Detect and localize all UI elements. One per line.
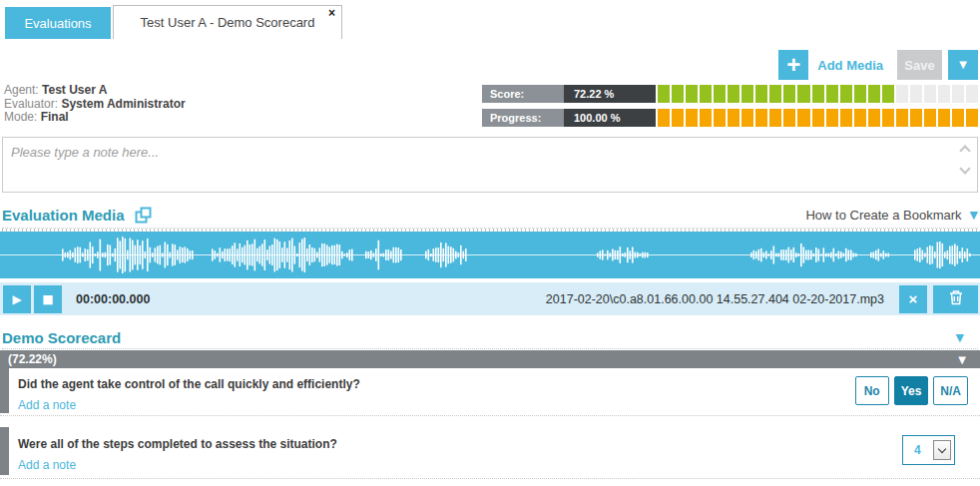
group-score: (72.22%)	[8, 352, 57, 366]
question-text: Were all of the steps completed to asses…	[0, 427, 980, 451]
scorecard-title: Demo Scorecard	[2, 329, 121, 346]
score-bar-segments	[658, 85, 978, 103]
evaluator-label: Evaluator:	[4, 97, 58, 111]
question-accent-bar	[0, 427, 9, 475]
question-row-1: Did the agent take control of the call q…	[0, 367, 980, 416]
play-icon: ▶	[12, 293, 21, 305]
evaluator-row: Evaluator: System Administrator	[4, 98, 186, 112]
bookmark-help-toggle[interactable]: How to Create a Bookmark ▼	[805, 208, 978, 223]
agent-value: Test User A	[42, 83, 107, 97]
scorecard-collapse-icon[interactable]: ▼	[956, 331, 964, 344]
media-filename: 2017-02-20\c0.a8.01.66.00.00 14.55.27.40…	[546, 292, 884, 306]
audio-waveform[interactable]	[0, 232, 980, 278]
evaluation-media-header: Evaluation Media How to Create a Bookmar…	[2, 202, 978, 229]
waveform-graphic	[0, 232, 980, 278]
mode-label: Mode:	[4, 110, 37, 124]
evaluation-media-title: Evaluation Media	[2, 207, 125, 224]
add-media-label[interactable]: Add Media	[817, 58, 883, 73]
chevron-down-icon: ▼	[970, 209, 978, 222]
remove-media-button[interactable]: ×	[899, 285, 927, 313]
playback-time: 00:00:00.000	[76, 292, 150, 306]
add-note-link[interactable]: Add a note	[0, 391, 80, 412]
answer-yes-button[interactable]: Yes	[894, 376, 929, 405]
answer-na-button[interactable]: N/A	[933, 376, 968, 405]
scorecard-group-bar[interactable]: (72.22%) ▼	[0, 350, 980, 368]
score-label: Score:	[482, 85, 564, 103]
score-select-value: 4	[914, 443, 921, 457]
scroll-up-icon[interactable]	[959, 145, 970, 156]
group-collapse-icon[interactable]: ▼	[958, 354, 966, 365]
answer-buttons: No Yes N/A	[850, 376, 968, 405]
note-field-wrap	[2, 137, 978, 193]
note-input[interactable]	[3, 138, 977, 192]
metrics: Score: 72.22 % Progress: 100.00 %	[482, 85, 978, 133]
scorecard-header: Demo Scorecard ▼	[2, 326, 978, 349]
score-row: Score: 72.22 %	[482, 85, 978, 103]
score-value: 72.22 %	[564, 85, 656, 103]
progress-value: 100.00 %	[564, 109, 656, 127]
tab-active-scorecard[interactable]: Test User A - Demo Scorecard ×	[113, 5, 342, 39]
scroll-down-icon[interactable]	[959, 163, 970, 174]
plus-icon: +	[786, 53, 800, 77]
add-media-plus-button[interactable]: +	[778, 50, 808, 80]
agent-label: Agent:	[4, 83, 39, 97]
media-player-bar: ▶ ■ 00:00:00.000 2017-02-20\c0.a8.01.66.…	[0, 282, 980, 315]
mode-row: Mode: Final	[4, 111, 186, 125]
evaluation-window: Evaluations Test User A - Demo Scorecard…	[0, 0, 980, 486]
question-text: Did the agent take control of the call q…	[0, 367, 980, 391]
progress-label: Progress:	[482, 109, 564, 127]
save-button[interactable]: Save	[897, 50, 942, 80]
close-icon: ×	[909, 290, 918, 307]
save-menu-button[interactable]: ▼	[948, 50, 978, 80]
toolbar: + Add Media Save ▼	[778, 50, 978, 80]
delete-media-button[interactable]	[933, 285, 978, 313]
stop-icon: ■	[42, 293, 53, 305]
chevron-down-icon	[938, 444, 946, 452]
add-note-link[interactable]: Add a note	[0, 451, 80, 472]
bookmark-help-label: How to Create a Bookmark	[805, 208, 961, 223]
tab-evaluations[interactable]: Evaluations	[5, 7, 111, 39]
popout-icon[interactable]	[135, 207, 152, 224]
note-scrollbar[interactable]	[958, 144, 972, 173]
question-row-2: Were all of the steps completed to asses…	[0, 427, 980, 479]
tab-close-icon[interactable]: ×	[328, 6, 335, 20]
trash-icon	[947, 288, 965, 310]
chevron-down-icon: ▼	[959, 60, 967, 70]
stop-button[interactable]: ■	[34, 285, 62, 313]
select-arrow-button[interactable]	[933, 440, 951, 460]
agent-row: Agent: Test User A	[4, 84, 186, 98]
mode-value: Final	[41, 110, 69, 124]
evaluator-value: System Administrator	[61, 97, 185, 111]
tab-active-label: Test User A - Demo Scorecard	[141, 15, 315, 30]
answer-no-button[interactable]: No	[855, 376, 889, 405]
progress-bar-segments	[658, 109, 978, 127]
play-button[interactable]: ▶	[3, 285, 31, 313]
tab-bar: Evaluations Test User A - Demo Scorecard…	[5, 5, 342, 39]
score-select[interactable]: 4	[902, 435, 955, 465]
evaluation-info: Agent: Test User A Evaluator: System Adm…	[4, 84, 186, 125]
progress-row: Progress: 100.00 %	[482, 109, 978, 127]
question-accent-bar	[0, 367, 9, 413]
